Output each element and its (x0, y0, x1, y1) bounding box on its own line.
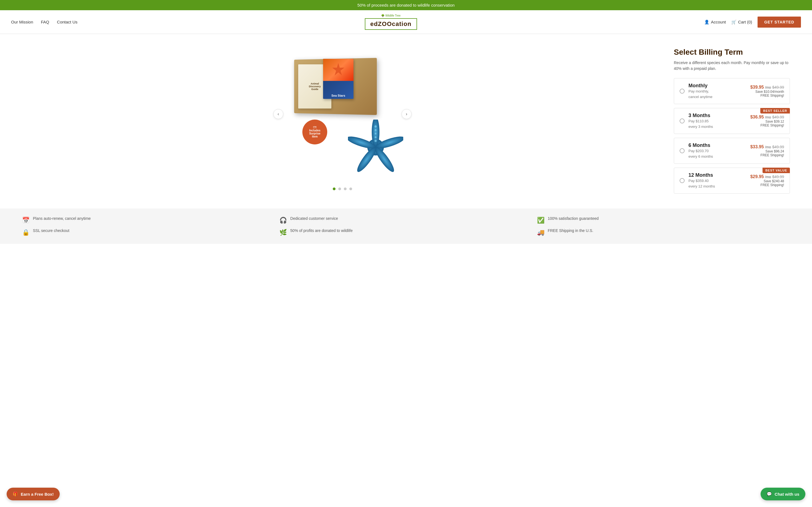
cart-link[interactable]: 🛒 Cart (0) (731, 19, 752, 24)
feature-icon-3: 🔒 (22, 229, 30, 236)
svg-point-5 (355, 145, 378, 174)
book-sea-stars: Sea Stars (323, 59, 353, 99)
plan-radio-monthly[interactable] (679, 89, 684, 94)
carousel-dot-2[interactable] (338, 187, 341, 190)
nav-right: 👤 Account 🛒 Cart (0) GET STARTED (704, 16, 801, 27)
plan-pricing-12months: $29.95 /mo $49.99 Save $240.48 FREE Ship… (750, 174, 784, 187)
plan-card-monthly[interactable]: Monthly Pay monthly,cancel anytime $39.9… (674, 78, 790, 104)
carousel-dot-4[interactable] (349, 187, 352, 190)
surprise-badge-includes: Includes (309, 129, 320, 132)
plan-radio-6months[interactable] (679, 148, 684, 153)
plan-save-6months: Save $96.24 (750, 150, 784, 153)
nav-left: Our Mission FAQ Contact Us (11, 19, 78, 24)
svg-point-4 (372, 145, 397, 174)
plan-pricing-3months: $36.95 /mo $49.99 Save $39.12 FREE Shipp… (750, 115, 784, 127)
logo-box: edZOOcation (365, 18, 417, 30)
plan-name-12months: 12 Months (689, 172, 747, 178)
feature-icon-5: 🚚 (537, 229, 545, 236)
banner-text: 50% of proceeds are donated to wildlife … (357, 3, 455, 7)
nav-faq[interactable]: FAQ (41, 19, 49, 24)
nav-our-mission[interactable]: Our Mission (11, 19, 33, 24)
feature-icon-2: ✅ (537, 217, 545, 224)
plan-card-12months[interactable]: 12 Months Pay $359.40every 12 months $29… (674, 168, 790, 193)
account-link[interactable]: 👤 Account (704, 19, 726, 24)
plan-save-3months: Save $39.12 (750, 120, 784, 123)
plan-badge-3months: BEST SELLER (760, 108, 790, 113)
plan-pricing-6months: $33.95 /mo $49.99 Save $96.24 FREE Shipp… (750, 145, 784, 157)
plan-card-3months[interactable]: 3 Months Pay $110.85every 3 months $36.9… (674, 108, 790, 134)
billing-section: Select Billing Term Receive a different … (674, 45, 790, 198)
plan-details-12months: 12 Months Pay $359.40every 12 months (689, 172, 747, 189)
book-sea-stars-image (323, 59, 353, 81)
plan-radio-12months[interactable] (679, 178, 684, 183)
plan-price-3months: $36.95 /mo $49.99 (750, 115, 784, 120)
features-bar: 📅 Plans auto-renew, cancel anytime 🎧 Ded… (0, 209, 812, 244)
carousel-dot-3[interactable] (344, 187, 347, 190)
account-icon: 👤 (704, 19, 709, 24)
svg-point-11 (374, 140, 377, 142)
logo-tree-text: Wildlife Tree (385, 14, 401, 17)
feature-text-1: Dedicated customer service (290, 216, 338, 221)
plan-shipping-monthly: FREE Shipping! (750, 94, 784, 98)
plan-current-price-3months: $36.95 (750, 115, 764, 119)
plan-name-monthly: Monthly (689, 83, 747, 89)
plan-card-6months[interactable]: 6 Months Pay $203.70every 6 months $33.9… (674, 138, 790, 164)
plans-container: Monthly Pay monthly,cancel anytime $39.9… (674, 78, 790, 193)
plan-pricing-monthly: $39.95 /mo $49.99 Save $10.04/month FREE… (750, 85, 784, 98)
prev-icon: ‹ (277, 112, 279, 117)
plan-name-6months: 6 Months (689, 143, 747, 148)
feature-text-3: SSL secure checkout (33, 228, 69, 233)
site-header: Our Mission FAQ Contact Us 🌳 Wildlife Tr… (0, 10, 812, 34)
plan-per-monthly: /mo (765, 85, 771, 90)
plan-current-price-12months: $29.95 (750, 174, 764, 179)
book-2-title-text: Sea Stars (323, 94, 353, 97)
plan-sub-3months: Pay $110.85every 3 months (689, 118, 747, 129)
plan-per-12months: /mo (765, 175, 771, 179)
plan-save-monthly: Save $10.04/month (750, 90, 784, 94)
surprise-badge-exclaim: !?! (313, 126, 317, 129)
plan-radio-3months[interactable] (679, 118, 684, 123)
feature-text-5: FREE Shipping in the U.S. (548, 228, 593, 233)
feature-icon-4: 🌿 (280, 229, 287, 236)
feature-item-5: 🚚 FREE Shipping in the U.S. (537, 228, 790, 236)
feature-text-2: 100% satisfaction guaranteed (548, 216, 599, 221)
plan-per-6months: /mo (765, 145, 771, 149)
plan-shipping-12months: FREE Shipping! (750, 183, 784, 187)
svg-point-10 (375, 136, 377, 138)
plan-original-price-12months: $49.99 (772, 174, 784, 179)
carousel-dot-1[interactable] (333, 187, 336, 190)
cart-label: Cart (0) (738, 19, 752, 24)
billing-subtitle: Receive a different species each month. … (674, 60, 790, 71)
cart-icon: 🛒 (731, 19, 737, 24)
plan-details-3months: 3 Months Pay $110.85every 3 months (689, 113, 747, 129)
plan-current-price-6months: $33.95 (750, 145, 764, 149)
nav-contact-us[interactable]: Contact Us (57, 19, 78, 24)
plan-shipping-6months: FREE Shipping! (750, 153, 784, 157)
feature-text-0: Plans auto-renew, cancel anytime (33, 216, 91, 221)
plan-details-monthly: Monthly Pay monthly,cancel anytime (689, 83, 747, 99)
carousel-prev-button[interactable]: ‹ (273, 109, 283, 119)
feature-item-1: 🎧 Dedicated customer service (280, 216, 532, 224)
plan-original-price-3months: $49.99 (772, 115, 784, 119)
svg-point-9 (375, 133, 376, 134)
plan-sub-6months: Pay $203.70every 6 months (689, 148, 747, 159)
surprise-badge-surprise: Surprise (309, 132, 320, 135)
logo-container[interactable]: 🌳 Wildlife Tree edZOOcation (365, 14, 417, 30)
feature-item-2: ✅ 100% satisfaction guaranteed (537, 216, 790, 224)
billing-title: Select Billing Term (674, 48, 790, 57)
starfish-svg (348, 120, 403, 175)
plan-price-monthly: $39.95 /mo $49.99 (750, 85, 784, 90)
product-section: ‹ AnimalDiscoveryGuide (22, 45, 663, 190)
plan-current-price-monthly: $39.95 (750, 85, 764, 90)
tree-icon: 🌳 (381, 14, 385, 17)
product-image: AnimalDiscoveryGuide Sea Stars !?! Inc (276, 51, 409, 178)
plan-price-6months: $33.95 /mo $49.99 (750, 145, 784, 150)
plan-name-3months: 3 Months (689, 113, 747, 118)
svg-point-8 (375, 129, 377, 131)
svg-marker-0 (332, 63, 344, 75)
get-started-button[interactable]: GET STARTED (758, 16, 801, 27)
starfish-small-icon (330, 62, 347, 78)
feature-item-3: 🔒 SSL secure checkout (22, 228, 275, 236)
next-icon: › (406, 112, 407, 117)
carousel-next-button[interactable]: › (402, 109, 411, 119)
